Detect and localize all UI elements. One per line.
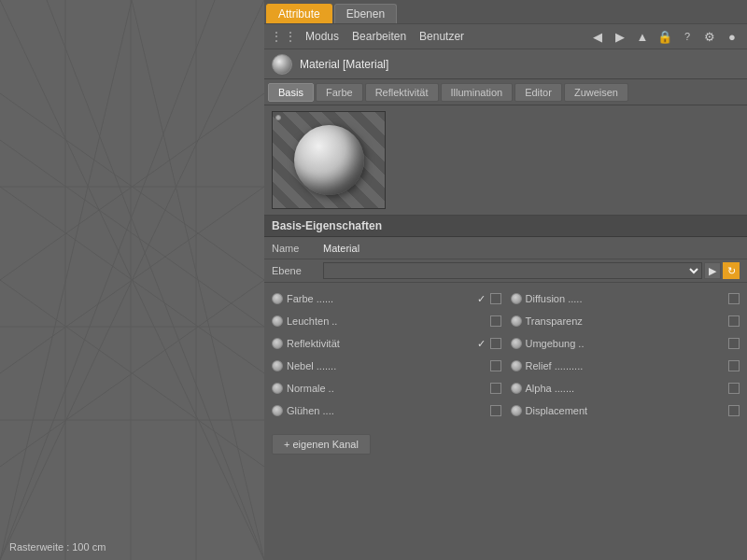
channel-leuchten-label: Leuchten ..	[287, 315, 475, 327]
radio-nebel[interactable]	[272, 360, 283, 371]
right-panel: Attribute Ebenen ⋮⋮ Modus Bearbeiten Ben…	[264, 0, 747, 560]
menu-bar: ⋮⋮ Modus Bearbeiten Benutzer ◀ ▶ ▲ 🔒 ? ⚙…	[264, 23, 747, 49]
viewport-panel: Rasterweite : 100 cm	[0, 0, 264, 560]
channels-grid: Farbe ...... ✓ Diffusion ..... Leuchten …	[264, 283, 747, 427]
radio-alpha[interactable]	[511, 383, 522, 394]
channel-umgebung-label: Umgebung ..	[526, 338, 714, 349]
channel-diffusion-label: Diffusion .....	[526, 293, 714, 304]
channel-transparenz-label: Transparenz	[526, 315, 714, 327]
channel-alpha-label: Alpha .......	[526, 383, 714, 394]
checkbox-alpha[interactable]	[728, 383, 740, 394]
radio-reflektivitat[interactable]	[272, 338, 283, 349]
tab-editor[interactable]: Editor	[514, 83, 562, 102]
arrow-left-icon[interactable]: ◀	[588, 28, 607, 45]
circle-icon[interactable]: ●	[723, 28, 741, 45]
channel-nebel: Nebel .......	[272, 356, 501, 376]
ebene-label: Ebene	[272, 265, 323, 276]
svg-line-4	[47, 0, 264, 560]
channel-alpha: Alpha .......	[511, 378, 740, 399]
channel-displacement-label: Displacement	[526, 405, 714, 416]
checkbox-gluhen[interactable]	[490, 405, 501, 416]
menu-bearbeiten[interactable]: Bearbeiten	[352, 30, 406, 43]
radio-umgebung[interactable]	[511, 338, 522, 349]
channel-leuchten: Leuchten ..	[272, 311, 501, 331]
rasterweite-label: Rasterweite : 100 cm	[9, 541, 106, 553]
radio-transparenz[interactable]	[511, 315, 522, 327]
channel-umgebung: Umgebung ..	[511, 333, 740, 354]
checkbox-reflektivitat[interactable]	[490, 338, 501, 349]
tab-zuweisen[interactable]: Zuweisen	[564, 83, 628, 102]
checkbox-farbe[interactable]	[490, 293, 501, 304]
svg-line-9	[0, 140, 264, 327]
radio-displacement[interactable]	[511, 405, 522, 416]
arrow-right-icon[interactable]: ▶	[611, 28, 629, 45]
material-name-label: Material [Material]	[300, 58, 388, 71]
material-header: Material [Material]	[264, 49, 747, 79]
channel-transparenz: Transparenz	[511, 311, 740, 331]
channel-farbe-label: Farbe ......	[287, 293, 475, 304]
channel-displacement: Displacement	[511, 400, 740, 421]
radio-leuchten[interactable]	[272, 315, 283, 327]
checkbox-diffusion[interactable]	[728, 293, 740, 304]
preview-container	[272, 111, 386, 209]
help-icon[interactable]: ?	[678, 28, 697, 45]
ebene-row: Ebene ▶ ↻	[264, 259, 747, 283]
channel-reflektivitat: Reflektivität ✓	[272, 333, 501, 354]
radio-relief[interactable]	[511, 360, 522, 371]
svg-line-5	[0, 0, 215, 560]
channel-reflektivitat-label: Reflektivität	[287, 338, 475, 349]
channel-normale: Normale ..	[272, 378, 501, 399]
checkbox-normale[interactable]	[490, 383, 501, 394]
properties-section: Basis-Eigenschaften Name Material Ebene …	[264, 216, 747, 560]
menu-right-icons: ◀ ▶ ▲ 🔒 ? ⚙ ●	[588, 28, 741, 45]
checkbox-relief[interactable]	[728, 360, 740, 371]
checkbox-nebel[interactable]	[490, 360, 501, 371]
channel-gluhen-label: Glühen ....	[287, 405, 475, 416]
check-reflektivitat: ✓	[477, 338, 488, 350]
check-farbe: ✓	[477, 293, 488, 305]
menu-benutzer[interactable]: Benutzer	[419, 30, 464, 43]
channel-gluhen: Glühen ....	[272, 400, 501, 421]
lock-icon[interactable]: 🔒	[655, 28, 674, 45]
menu-modus[interactable]: Modus	[305, 30, 339, 43]
settings-icon[interactable]: ⚙	[700, 28, 719, 45]
channel-nebel-label: Nebel .......	[287, 360, 475, 371]
radio-diffusion[interactable]	[511, 293, 522, 304]
preview-dot	[275, 115, 281, 120]
checkbox-displacement[interactable]	[728, 405, 740, 416]
ebene-btn-circle[interactable]: ↻	[723, 262, 740, 279]
name-row: Name Material	[264, 237, 747, 259]
menu-dots-icon: ⋮⋮	[270, 29, 298, 44]
channel-relief-label: Relief ..........	[526, 360, 714, 371]
material-sphere-preview	[272, 54, 292, 75]
section-header: Basis-Eigenschaften	[264, 216, 747, 237]
add-button-row: + eigenen Kanal	[264, 427, 747, 462]
name-label: Name	[272, 243, 323, 254]
radio-gluhen[interactable]	[272, 405, 283, 416]
channel-normale-label: Normale ..	[287, 383, 475, 394]
preview-background	[273, 112, 385, 208]
preview-area	[264, 105, 747, 216]
tab-basis[interactable]: Basis	[268, 83, 314, 102]
channel-relief: Relief ..........	[511, 356, 740, 376]
tab-illumination[interactable]: Illumination	[441, 83, 514, 102]
up-icon[interactable]: ▲	[633, 28, 652, 45]
checkbox-transparenz[interactable]	[728, 315, 740, 327]
tab-farbe[interactable]: Farbe	[316, 83, 363, 102]
checkbox-umgebung[interactable]	[728, 338, 740, 349]
radio-normale[interactable]	[272, 383, 283, 394]
ebene-btn-arrow[interactable]: ▶	[704, 262, 721, 279]
preview-sphere-ball	[294, 125, 364, 195]
channel-farbe: Farbe ...... ✓	[272, 288, 501, 309]
tab-reflektivitat[interactable]: Reflektivität	[365, 83, 439, 102]
name-value: Material	[323, 243, 740, 254]
checkbox-leuchten[interactable]	[490, 315, 501, 327]
tab-ebenen[interactable]: Ebenen	[334, 4, 397, 23]
ebene-dropdown[interactable]	[323, 262, 702, 279]
tab-attribute[interactable]: Attribute	[266, 4, 332, 23]
channel-diffusion: Diffusion .....	[511, 288, 740, 309]
top-tab-bar: Attribute Ebenen	[264, 0, 747, 23]
radio-farbe[interactable]	[272, 293, 283, 304]
channel-tab-bar: Basis Farbe Reflektivität Illumination E…	[264, 79, 747, 105]
add-channel-button[interactable]: + eigenen Kanal	[272, 434, 371, 455]
